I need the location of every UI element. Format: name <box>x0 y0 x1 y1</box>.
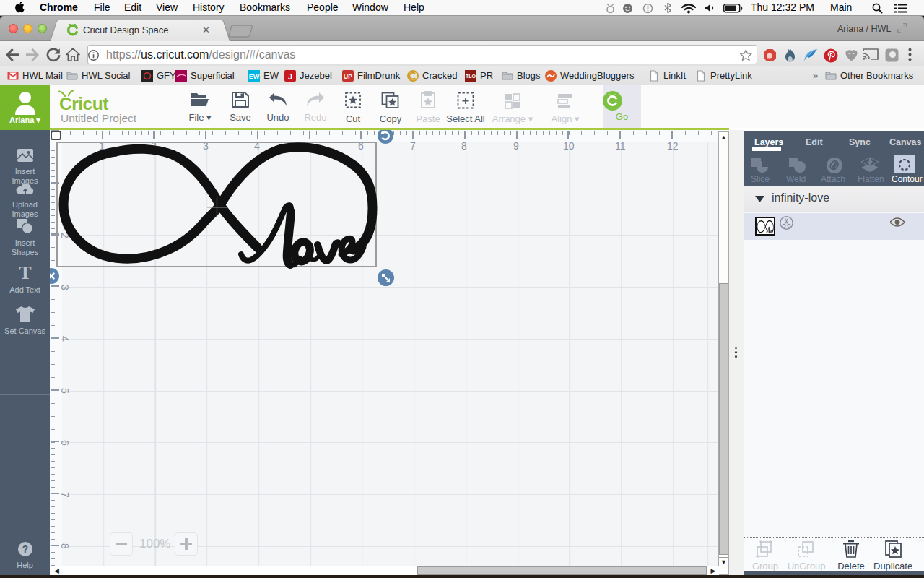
svg-text:EW: EW <box>249 73 260 80</box>
svg-text:TLO: TLO <box>466 74 476 79</box>
svg-text:T: T <box>19 264 31 282</box>
svg-text:?: ? <box>22 543 28 555</box>
svg-text:Cricut: Cricut <box>59 94 108 113</box>
svg-text:J: J <box>288 72 292 81</box>
svg-text:UP: UP <box>344 73 352 80</box>
